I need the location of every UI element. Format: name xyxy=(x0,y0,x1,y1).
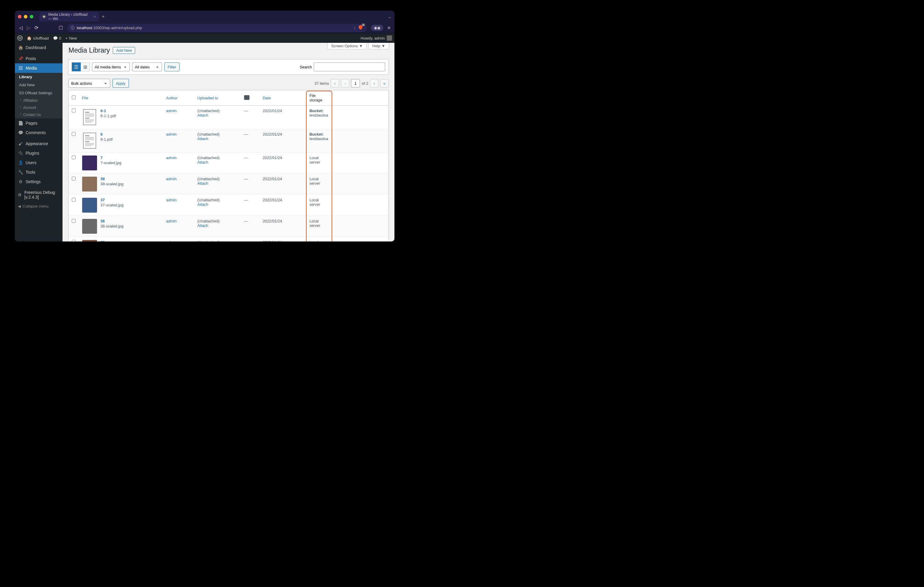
back-button[interactable]: ◁ xyxy=(19,25,23,31)
browser-menu-button[interactable]: ≡ xyxy=(388,25,390,31)
submenu-s3-offload[interactable]: S3 Offload Settings xyxy=(15,89,63,97)
collapse-menu-button[interactable]: ◀Collapse menu xyxy=(15,202,63,211)
attach-link[interactable]: Attach xyxy=(197,113,208,117)
storage-cell: Local server xyxy=(306,153,332,174)
next-page-button[interactable]: › xyxy=(370,79,378,87)
submenu-library[interactable]: Library xyxy=(15,73,63,81)
bulk-actions-select[interactable]: Bulk actions xyxy=(68,79,110,88)
last-page-button[interactable]: » xyxy=(380,79,388,87)
wp-logo-icon[interactable]: W xyxy=(17,35,23,41)
col-comments[interactable] xyxy=(241,90,260,105)
row-checkbox[interactable] xyxy=(72,132,76,136)
uploaded-status: (Unattached) xyxy=(197,132,220,136)
screen-options-button[interactable]: Screen Options ▼ xyxy=(327,43,367,49)
row-checkbox[interactable] xyxy=(72,156,76,159)
new-content-button[interactable]: + New xyxy=(66,36,77,40)
filter-button[interactable]: Filter xyxy=(164,62,180,71)
comment-count: — xyxy=(241,237,260,242)
browser-tab[interactable]: W Media Library ‹ s3offload — Wo × xyxy=(39,12,99,21)
attach-link[interactable]: Attach xyxy=(197,181,208,186)
sidebar-item-dashboard[interactable]: 🏠Dashboard xyxy=(15,43,63,53)
sidebar-item-freemius[interactable]: ⚙Freemius Debug [v.2.4.3] xyxy=(15,188,63,202)
author-link[interactable]: admin xyxy=(166,240,177,242)
media-type-select[interactable]: All media items xyxy=(92,62,130,71)
svg-rect-5 xyxy=(85,118,89,118)
tab-menu-button[interactable]: ⌄ xyxy=(388,14,391,19)
comment-count: — xyxy=(241,105,260,129)
sidebar-item-comments[interactable]: 💬Comments xyxy=(15,128,63,137)
author-link[interactable]: admin xyxy=(166,156,177,160)
sidebar-item-media[interactable]: 🖼Media xyxy=(15,63,63,73)
media-title-link[interactable]: 6-1 xyxy=(101,109,116,113)
thumbnail-image xyxy=(82,177,97,191)
attach-link[interactable]: Attach xyxy=(197,160,208,164)
author-link[interactable]: admin xyxy=(166,109,177,113)
grid-view-button[interactable]: ⊞ xyxy=(81,62,90,71)
media-title-link[interactable]: 37 xyxy=(101,198,124,202)
current-page-input[interactable] xyxy=(351,79,360,87)
add-new-button[interactable]: Add New xyxy=(113,47,135,54)
submenu-account[interactable]: Account xyxy=(15,104,63,111)
row-checkbox[interactable] xyxy=(72,177,76,181)
sidebar-item-pages[interactable]: 📄Pages xyxy=(15,118,63,128)
media-title-link[interactable]: 38 xyxy=(101,177,124,181)
row-checkbox[interactable] xyxy=(72,109,76,112)
attach-link[interactable]: Attach xyxy=(197,202,208,207)
author-link[interactable]: admin xyxy=(166,219,177,223)
help-button[interactable]: Help ▼ xyxy=(368,43,389,49)
reload-button[interactable]: ⟳ xyxy=(35,25,38,31)
submenu-add-new[interactable]: Add New xyxy=(15,81,63,89)
first-page-button[interactable]: « xyxy=(331,79,339,87)
url-field[interactable]: ⓘ localhost:10003/wp-admin/upload.php | … xyxy=(67,24,367,32)
thumbnail-image xyxy=(82,240,97,242)
row-checkbox[interactable] xyxy=(72,198,76,202)
media-table: File Author Uploaded to Date File storag… xyxy=(68,90,388,242)
bookmark-icon[interactable]: ☐ xyxy=(59,25,63,31)
list-view-button[interactable]: ☰ xyxy=(72,62,81,71)
incognito-icon[interactable]: ◉◉ xyxy=(371,25,383,31)
row-checkbox[interactable] xyxy=(72,240,76,242)
author-link[interactable]: admin xyxy=(166,198,177,202)
select-all-checkbox[interactable] xyxy=(72,95,76,99)
sidebar-item-tools[interactable]: 🔧Tools xyxy=(15,168,63,177)
media-title-link[interactable]: 35 xyxy=(101,240,124,242)
forward-button[interactable]: ▷ xyxy=(27,25,30,31)
comment-count: — xyxy=(241,153,260,174)
sidebar-item-appearance[interactable]: 🖌Appearance xyxy=(15,139,63,148)
traffic-lights xyxy=(18,15,33,18)
new-tab-button[interactable]: + xyxy=(102,14,104,19)
brave-shield-icon[interactable]: 1 xyxy=(358,25,363,31)
search-input[interactable] xyxy=(314,62,385,71)
col-date[interactable]: Date xyxy=(259,90,306,105)
col-uploaded[interactable]: Uploaded to xyxy=(195,90,241,105)
attach-link[interactable]: Attach xyxy=(197,136,208,141)
close-tab-icon[interactable]: × xyxy=(94,15,96,19)
submenu-contact[interactable]: Contact Us xyxy=(15,111,63,118)
attach-link[interactable]: Attach xyxy=(197,223,208,228)
table-row: 77-scaled.jpg admin (Unattached)Attach —… xyxy=(69,153,388,174)
apply-button[interactable]: Apply xyxy=(112,79,129,88)
author-link[interactable]: admin xyxy=(166,132,177,136)
prev-page-button[interactable]: ‹ xyxy=(341,79,349,87)
row-checkbox[interactable] xyxy=(72,219,76,223)
minimize-window-button[interactable] xyxy=(24,15,27,18)
site-info-icon[interactable]: ⓘ xyxy=(71,25,74,31)
sidebar-item-settings[interactable]: ⚙Settings xyxy=(15,177,63,186)
media-title-link[interactable]: 6 xyxy=(101,132,112,136)
media-title-link[interactable]: 36 xyxy=(101,219,124,223)
col-author[interactable]: Author xyxy=(163,90,195,105)
url-path: :10003/wp-admin/upload.php xyxy=(92,26,142,30)
site-link[interactable]: 🏠 s3offload xyxy=(27,36,49,40)
sidebar-item-posts[interactable]: 📌Posts xyxy=(15,54,63,63)
col-file[interactable]: File xyxy=(79,90,163,105)
sidebar-item-plugins[interactable]: 🔌Plugins xyxy=(15,148,63,158)
author-link[interactable]: admin xyxy=(166,177,177,181)
close-window-button[interactable] xyxy=(18,15,21,18)
maximize-window-button[interactable] xyxy=(30,15,33,18)
sidebar-item-users[interactable]: 👤Users xyxy=(15,158,63,168)
submenu-affiliation[interactable]: Affiliation xyxy=(15,97,63,104)
comments-link[interactable]: 💬 0 xyxy=(53,36,61,40)
media-title-link[interactable]: 7 xyxy=(101,156,122,160)
dates-select[interactable]: All dates xyxy=(132,62,162,71)
account-menu[interactable]: Howdy, admin xyxy=(361,35,392,41)
